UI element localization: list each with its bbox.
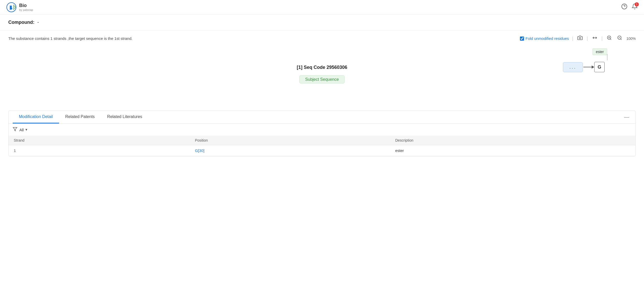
tabs-row: Modification Detail Related Patents Rela… (9, 111, 635, 124)
toolbar-right: Fold unmodified residues | | | (520, 35, 636, 42)
svg-point-3 (579, 37, 581, 39)
zoom-out-button[interactable] (616, 35, 623, 42)
toolbar-row: The substance contains 1 strands ,the ta… (8, 31, 636, 44)
help-icon[interactable] (621, 3, 627, 11)
cell-position: G[30] (190, 145, 390, 156)
subject-seq-area: Subject Sequence (297, 73, 347, 84)
filter-row: All ▼ (9, 124, 635, 136)
subject-sequence-button[interactable]: Subject Sequence (299, 75, 345, 84)
sequence-ellipsis: ... (563, 62, 583, 72)
tab-related-patents[interactable]: Related Patents (59, 111, 101, 123)
sequence-row: ... G (563, 62, 605, 72)
notification-badge: 1 (635, 2, 639, 6)
svg-line-6 (610, 39, 611, 40)
ester-label-tag: ester (592, 48, 607, 55)
tab-modification-detail[interactable]: Modification Detail (13, 111, 59, 123)
modification-table: Strand Position Description 1 G[30] este… (9, 136, 635, 156)
main-content: The substance contains 1 strands ,the ta… (0, 31, 644, 156)
sequence-center: [1] Seq Code 29560306 Subject Sequence (297, 67, 347, 84)
logo-text: Bio by patsnap (19, 3, 33, 11)
filter-value: All (19, 128, 24, 132)
compound-label: Compound: - (8, 20, 39, 25)
toolbar-divider3: | (602, 36, 603, 41)
fold-text: Fold unmodified residues (526, 36, 569, 41)
tab-related-literatures[interactable]: Related Literatures (101, 111, 148, 123)
cell-description: ester (390, 145, 635, 156)
zoom-percent: 100% (626, 37, 636, 41)
filter-all-select[interactable]: All ▼ (19, 128, 28, 132)
bio-logo-icon (6, 2, 17, 12)
app-header: Bio by patsnap 1 (0, 0, 644, 14)
camera-button[interactable] (576, 35, 584, 42)
strand-info: The substance contains 1 strands ,the ta… (8, 36, 132, 41)
notification-icon[interactable]: 1 (632, 3, 638, 11)
residue-g-box[interactable]: G (594, 62, 605, 72)
logo-subtitle: by patsnap (19, 8, 33, 11)
svg-marker-12 (13, 127, 17, 131)
col-description: Description (390, 136, 635, 145)
logo-area: Bio by patsnap (6, 2, 33, 12)
sequence-node-area: ester ... G (563, 49, 605, 72)
compound-bar: Compound: - (0, 14, 644, 31)
fit-width-button[interactable] (591, 35, 598, 42)
cell-strand: 1 (9, 145, 190, 156)
fold-checkbox-label[interactable]: Fold unmodified residues (520, 36, 569, 41)
fold-checkbox[interactable] (520, 37, 524, 41)
filter-icon (13, 127, 17, 133)
col-position: Position (190, 136, 390, 145)
logo-title: Bio (19, 3, 33, 8)
tabs-left: Modification Detail Related Patents Rela… (13, 111, 148, 123)
toolbar-divider2: | (587, 36, 588, 41)
zoom-in-button[interactable] (606, 35, 613, 42)
table-row: 1 G[30] ester (9, 145, 635, 156)
toolbar-divider: | (572, 36, 573, 41)
bottom-panel: Modification Detail Related Patents Rela… (8, 111, 636, 156)
dropdown-arrow-icon: ▼ (25, 128, 28, 132)
col-strand: Strand (9, 136, 190, 145)
header-actions: 1 (621, 3, 638, 11)
sequence-title: [1] Seq Code 29560306 (297, 65, 347, 70)
table-header-row: Strand Position Description (9, 136, 635, 145)
svg-line-10 (621, 39, 622, 40)
sequence-viz: [1] Seq Code 29560306 Subject Sequence e… (8, 44, 636, 106)
collapse-button[interactable]: — (622, 114, 631, 120)
